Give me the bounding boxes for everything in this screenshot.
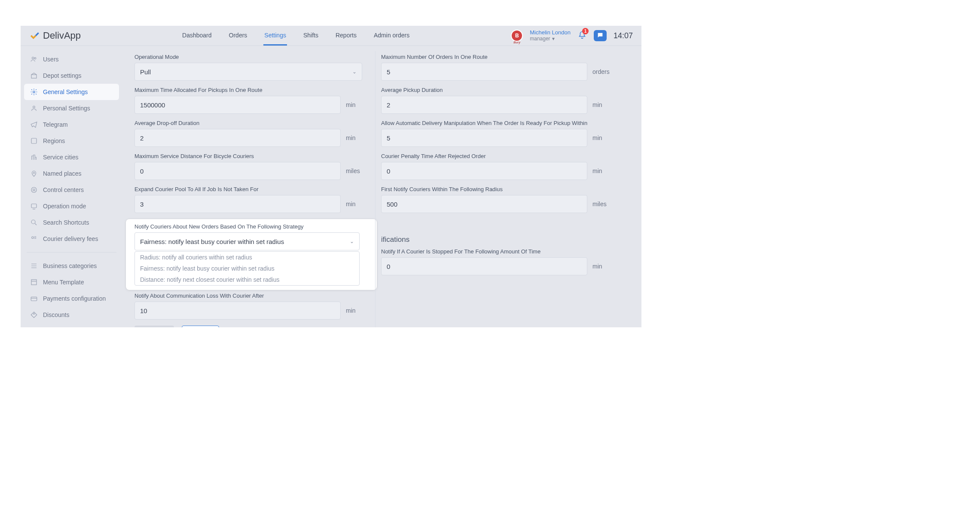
field-allow-auto: Allow Automatic Delivery Manipulation Wh… xyxy=(381,120,618,147)
unit-min: min xyxy=(592,168,611,174)
notifications-section-title: ifications xyxy=(381,235,618,244)
strategy-dropdown: Radius: notify all couriers within set r… xyxy=(134,251,360,286)
chevron-down-icon: ⌄ xyxy=(350,238,354,244)
unit-min: min xyxy=(592,101,611,108)
sidebar-item-payments[interactable]: Payments configuration xyxy=(24,290,119,307)
svg-point-0 xyxy=(32,57,34,59)
sidebar-item-users[interactable]: Users xyxy=(24,51,119,67)
topbar-right: B Bury Michelin London manager ▾ 1 xyxy=(511,30,633,42)
sidebar-item-control-centers[interactable]: Control centers xyxy=(24,182,119,198)
strategy-option-radius[interactable]: Radius: notify all couriers within set r… xyxy=(135,252,359,263)
top-nav: Dashboard Orders Settings Shifts Reports… xyxy=(181,26,410,46)
avatar[interactable]: B Bury xyxy=(511,30,523,42)
list-icon xyxy=(30,262,38,270)
max-pickup-input[interactable] xyxy=(134,96,341,114)
reset-button[interactable]: Reset xyxy=(182,326,219,327)
sidebar-item-search-shortcuts[interactable]: Search Shortcuts xyxy=(24,214,119,231)
users-icon xyxy=(30,55,38,63)
telegram-icon xyxy=(30,121,38,128)
bell-icon xyxy=(577,34,587,41)
svg-rect-5 xyxy=(31,138,37,143)
nav-orders[interactable]: Orders xyxy=(228,26,248,46)
unit-min: min xyxy=(346,101,365,108)
penalty-input[interactable] xyxy=(381,162,587,180)
search-icon xyxy=(30,219,38,226)
notifications-button[interactable]: 1 xyxy=(577,30,587,41)
nav-settings[interactable]: Settings xyxy=(263,26,287,46)
sidebar-item-general-settings[interactable]: General Settings xyxy=(24,84,119,100)
save-button[interactable]: Save xyxy=(134,326,174,327)
nav-dashboard[interactable]: Dashboard xyxy=(181,26,213,46)
sidebar-item-service-cities[interactable]: Service cities xyxy=(24,149,119,165)
brand-name: DelivApp xyxy=(43,30,81,41)
fees-icon xyxy=(30,235,38,243)
sidebar-item-telegram[interactable]: Telegram xyxy=(24,116,119,133)
field-comm-loss: Notify About Communication Loss With Cou… xyxy=(134,293,372,320)
strategy-highlight: Notify Couriers About New Orders Based O… xyxy=(126,219,377,290)
sidebar-divider xyxy=(27,252,116,253)
sidebar-item-regions[interactable]: Regions xyxy=(24,133,119,149)
user-role: manager ▾ xyxy=(530,36,571,42)
nav-shifts[interactable]: Shifts xyxy=(302,26,319,46)
strategy-select[interactable]: Fairness: notify least busy courier with… xyxy=(134,232,360,250)
clock: 14:07 xyxy=(614,31,633,40)
city-icon xyxy=(30,153,38,161)
sidebar-item-personal-settings[interactable]: Personal Settings xyxy=(24,100,119,116)
comm-loss-input[interactable] xyxy=(134,302,341,320)
stopped-input[interactable] xyxy=(381,257,587,275)
nav-reports[interactable]: Reports xyxy=(335,26,357,46)
mode-icon xyxy=(30,202,38,210)
user-info[interactable]: Michelin London manager ▾ xyxy=(530,30,571,41)
form-buttons: Save Reset xyxy=(134,326,372,327)
avatar-letter: B xyxy=(515,33,519,39)
avg-dropoff-input[interactable] xyxy=(134,129,341,147)
brand-logo[interactable]: DelivApp xyxy=(29,30,81,41)
regions-icon xyxy=(30,137,38,145)
svg-point-11 xyxy=(32,237,34,239)
allow-auto-input[interactable] xyxy=(381,129,587,147)
svg-point-6 xyxy=(34,172,35,174)
field-stopped: Notify If A Courier Is Stopped For The F… xyxy=(381,248,618,275)
operational-mode-select[interactable]: Pull ⌄ xyxy=(134,63,362,81)
chevron-down-icon: ⌄ xyxy=(352,69,357,75)
svg-rect-13 xyxy=(31,297,37,301)
sidebar-item-menu-template[interactable]: Menu Template xyxy=(24,274,119,290)
nav-admin-orders[interactable]: Admin orders xyxy=(373,26,410,46)
chat-button[interactable] xyxy=(594,30,607,41)
unit-min: min xyxy=(346,134,365,141)
sidebar-item-discounts[interactable]: Discounts xyxy=(24,307,119,323)
strategy-option-distance[interactable]: Distance: notify next closest courier wi… xyxy=(135,274,359,285)
sidebar: Users Depot settings General Settings Pe… xyxy=(21,46,122,327)
svg-rect-2 xyxy=(31,75,37,78)
sidebar-item-business-categories[interactable]: Business categories xyxy=(24,258,119,274)
svg-point-10 xyxy=(31,220,35,224)
unit-orders: orders xyxy=(592,68,614,75)
unit-miles: miles xyxy=(346,168,365,174)
sidebar-item-operation-mode[interactable]: Operation mode xyxy=(24,198,119,214)
sidebar-item-named-places[interactable]: Named places xyxy=(24,165,119,182)
column-divider xyxy=(375,51,376,327)
field-max-pickup-time: Maximum Time Allocated For Pickups In On… xyxy=(134,87,372,114)
target-icon xyxy=(30,186,38,194)
strategy-option-fairness[interactable]: Fairness: notify least busy courier with… xyxy=(135,263,359,274)
first-notify-input[interactable] xyxy=(381,195,587,213)
expand-pool-input[interactable] xyxy=(134,195,341,213)
settings-content: Operational Mode Pull ⌄ Maximum Time All… xyxy=(122,46,641,327)
field-notify-strategy: Notify Couriers About New Orders Based O… xyxy=(134,223,372,286)
svg-point-4 xyxy=(33,106,35,108)
svg-rect-9 xyxy=(31,204,37,208)
field-max-orders: Maximum Number Of Orders In One Route or… xyxy=(381,54,618,81)
max-orders-input[interactable] xyxy=(381,63,587,81)
sidebar-item-courier-fees[interactable]: Courier delivery fees xyxy=(24,231,119,247)
max-service-input[interactable] xyxy=(134,162,341,180)
depot-icon xyxy=(30,72,38,79)
field-expand-pool: Expand Courier Pool To All If Job Is Not… xyxy=(134,186,372,213)
unit-min: min xyxy=(346,307,365,314)
field-penalty: Courier Penalty Time After Rejected Orde… xyxy=(381,153,618,180)
svg-rect-12 xyxy=(31,280,37,285)
svg-point-14 xyxy=(34,314,34,314)
svg-point-1 xyxy=(34,58,36,59)
avatar-sublabel: Bury xyxy=(513,41,520,44)
avg-pickup-input[interactable] xyxy=(381,96,587,114)
sidebar-item-depot-settings[interactable]: Depot settings xyxy=(24,67,119,84)
